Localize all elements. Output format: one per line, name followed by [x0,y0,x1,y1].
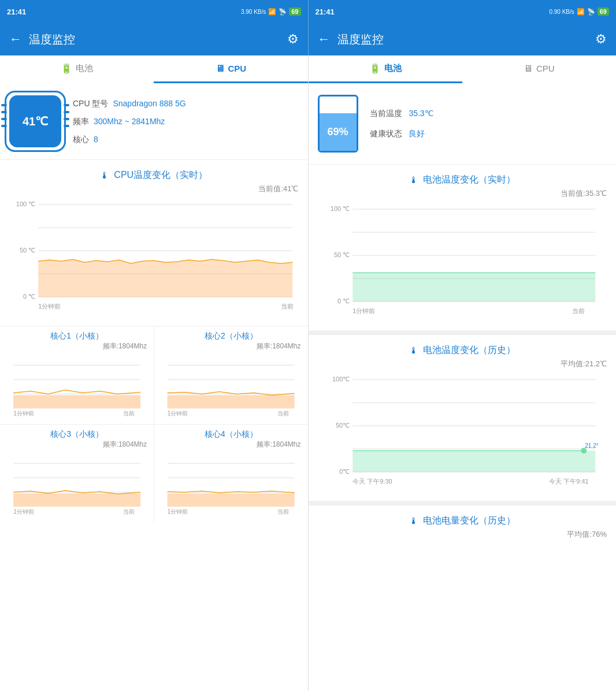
thermometer-icon-history: 🌡 [409,346,418,356]
svg-text:今天 下午9:41: 今天 下午9:41 [549,478,588,485]
cpu-tab-label-right: CPU [536,64,555,73]
svg-text:1分钟前: 1分钟前 [168,508,188,515]
battery-panel: 69% 当前温度 35.3℃ 健康状态 良好 🌡 电池温度变化（实时） 当前值:… [309,83,617,691]
battery-history-chart: 100℃ 50℃ 0℃ 21.2° 今天 下午9:30 今天 下午9:41 [309,371,617,501]
core-3: 核心3（小核） 频率:1804Mhz 1分钟前 当前 [0,424,154,522]
svg-text:当前: 当前 [572,307,585,314]
core-1-chart: 1分钟前 当前 [7,354,147,417]
cpu-model-label: CPU 型号 [73,95,108,113]
core-3-chart: 1分钟前 当前 [7,452,147,515]
battery-temp-label: 当前温度 [370,109,402,118]
core-2-chart: 1分钟前 当前 [161,354,300,417]
battery-history-avg: 平均值:21.2℃ [309,359,617,371]
svg-text:1分钟前: 1分钟前 [13,410,34,417]
svg-text:1分钟前: 1分钟前 [13,508,34,515]
cpu-core-value: 8 [94,131,98,148]
back-button-right[interactable]: ← [318,32,331,47]
cpu-tab-icon-left: 🖥 [216,64,225,74]
core-2-title: 核心2（小核） [161,331,300,341]
core-4-freq: 频率:1804Mhz [161,440,300,449]
svg-rect-50 [352,451,595,472]
cpu-tab-icon-right: 🖥 [524,64,533,74]
core-1-freq: 频率:1804Mhz [7,341,147,351]
cpu-chart-title: CPU温度变化（实时） [114,169,207,181]
core-3-title: 核心3（小核） [7,429,147,440]
core-1: 核心1（小核） 频率:1804Mhz 1分钟前 当前 [0,326,154,424]
tabs-right: 🔋 电池 🖥 CPU [309,55,617,83]
battery-charge-title: 电池电量变化（历史） [423,515,515,527]
signal-icon-left: 📶 [268,8,276,16]
battery-visual: 69% [318,95,358,153]
gear-button-left[interactable]: ⚙ [287,32,299,47]
battery-details-text: 当前温度 35.3℃ 健康状态 良好 [370,103,434,144]
tab-cpu-left[interactable]: 🖥 CPU [154,55,307,83]
svg-text:50 ℃: 50 ℃ [333,251,349,258]
cpu-temp-display: 41℃ [23,114,48,128]
time-left: 21:41 [7,8,26,16]
tab-battery-left[interactable]: 🔋 电池 [0,55,154,83]
core-4-title: 核心4（小核） [161,429,300,440]
core-2: 核心2（小核） 频率:1804Mhz 1分钟前 当前 [154,326,307,424]
gear-button-right[interactable]: ⚙ [595,32,607,47]
core-4-chart: 1分钟前 当前 [161,452,300,515]
svg-text:0 ℃: 0 ℃ [23,293,35,300]
svg-text:100℃: 100℃ [332,376,349,382]
battery-fill: 69% [320,113,357,151]
back-button-left[interactable]: ← [9,32,22,47]
battery-percentage: 69% [327,126,348,138]
battery-health-label: 健康状态 [370,129,402,138]
battery-realtime-header: 🌡 电池温度变化（实时） [309,165,617,188]
battery-realtime-chart: 100 ℃ 50 ℃ 0 ℃ 1分钟前 当前 [309,201,617,330]
svg-text:0 ℃: 0 ℃ [337,298,350,304]
battery-info-section: 69% 当前温度 35.3℃ 健康状态 良好 [309,83,617,165]
tab-battery-right[interactable]: 🔋 电池 [309,55,462,83]
battery-health-value: 良好 [409,129,425,138]
core-3-freq: 频率:1804Mhz [7,440,147,449]
battery-charge-header: 🌡 电池电量变化（历史） [309,506,617,529]
cpu-panel: 41℃ CPU 型号 Snapdragon 888 5G 频率 300Mhz ~… [0,83,309,691]
cpu-freq-value: 300Mhz ~ 2841Mhz [94,113,165,131]
cpu-freq-label: 频率 [73,113,89,131]
cpu-chart-svg: 100 ℃ 50 ℃ 0 ℃ 1分钟前 当前 [9,199,299,314]
network-speed-right: 0.90 KB/s [549,9,574,15]
cpu-core-label: 核心 [73,131,89,148]
svg-text:50 ℃: 50 ℃ [20,247,35,254]
thermometer-icon: 🌡 [100,170,109,181]
tabs-left: 🔋 电池 🖥 CPU [0,55,308,83]
svg-text:0℃: 0℃ [339,468,350,475]
svg-text:1分钟前: 1分钟前 [168,410,188,417]
svg-text:100 ℃: 100 ℃ [16,200,35,207]
battery-tab-icon-left: 🔋 [61,63,72,74]
battery-badge-right: 69 [598,8,609,16]
header-left: ← 温度监控 ⚙ [0,23,308,55]
header-right: ← 温度监控 ⚙ [309,23,617,55]
header-title-right: 温度监控 [337,32,384,47]
svg-rect-38 [352,273,595,302]
svg-text:当前: 当前 [277,508,289,515]
battery-tab-icon-right: 🔋 [369,63,381,74]
battery-history-title: 电池温度变化（历史） [423,344,515,356]
svg-text:21.2°: 21.2° [585,443,598,449]
wifi-icon-right: 📡 [587,8,595,16]
network-speed-left: 3.90 KB/s [241,9,266,15]
battery-temp-value: 35.3℃ [409,109,433,118]
core-1-title: 核心1（小核） [7,331,147,341]
cpu-details-text: CPU 型号 Snapdragon 888 5G 频率 300Mhz ~ 284… [73,95,186,148]
status-bar-left: 21:41 3.90 KB/s 📶 📡 69 [0,0,308,23]
battery-history-header: 🌡 电池温度变化（历史） [309,335,617,359]
cpu-chart-header: 🌡 CPU温度变化（实时） [0,160,308,184]
header-title-left: 温度监控 [29,32,75,47]
svg-text:50℃: 50℃ [336,422,350,429]
svg-text:今天 下午9:30: 今天 下午9:30 [352,478,392,485]
core-4: 核心4（小核） 频率:1804Mhz 1分钟前 当前 [154,424,307,522]
battery-history-svg: 100℃ 50℃ 0℃ 21.2° 今天 下午9:30 今天 下午9:41 [318,374,607,489]
thermometer-icon-battery: 🌡 [409,175,418,185]
wifi-icon-left: 📡 [279,8,287,16]
svg-text:当前: 当前 [277,410,289,417]
core-2-freq: 频率:1804Mhz [161,341,300,351]
status-bar-right: 21:41 0.90 KB/s 📶 📡 69 [309,0,617,23]
tab-cpu-right[interactable]: 🖥 CPU [462,55,616,83]
battery-realtime-title: 电池温度变化（实时） [423,174,515,186]
cpu-chart-current: 当前值:41℃ [0,184,308,196]
battery-tab-label-right: 电池 [384,63,402,74]
